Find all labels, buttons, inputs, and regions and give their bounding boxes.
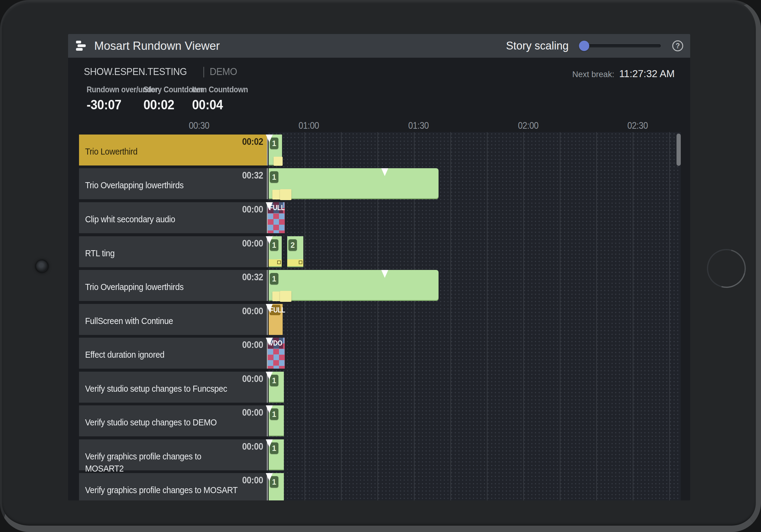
item-badge: 1 [270, 408, 278, 420]
item-badge: 1 [270, 171, 278, 183]
story-title: Effect duration ignored [85, 348, 244, 361]
item-bar-green[interactable]: 2 [287, 236, 303, 267]
playhead-tick [267, 168, 268, 199]
story-rows: 00:02Trio Lowerthird100:32Trio Overlappi… [68, 34, 690, 501]
note-sticker [272, 190, 281, 199]
story-panel[interactable]: 00:00RTL ting [79, 236, 267, 267]
story-duration: 00:00 [242, 441, 263, 452]
playhead-tick [267, 372, 268, 403]
lowerthird-strip [269, 259, 282, 266]
story-duration: 00:32 [242, 170, 263, 181]
story-row: 00:00RTL ting12 [68, 236, 690, 267]
item-bar-green[interactable]: 1 [269, 439, 284, 470]
story-title: RTL ting [85, 247, 244, 259]
story-panel[interactable]: 00:32Trio Overlapping lowerthirds [79, 168, 267, 199]
front-camera-icon [35, 260, 49, 273]
story-title: Trio Lowerthird [85, 145, 244, 158]
story-title: Trio Overlapping lowerthirds [85, 281, 244, 293]
story-row: 00:00Clip whit secondary audioFULL [68, 202, 690, 233]
item-bar-green[interactable]: 1 [269, 270, 439, 301]
timeline-scrollbar[interactable] [676, 133, 681, 166]
story-panel[interactable]: 00:02Trio Lowerthird [79, 134, 267, 166]
item-bar-green[interactable]: 1 [269, 372, 284, 403]
story-duration: 00:00 [242, 306, 263, 317]
note-sticker [280, 189, 291, 200]
story-row: 00:00Verify graphics profile changes to … [68, 439, 690, 470]
story-row: 00:02Trio Lowerthird1 [68, 134, 690, 166]
item-badge: 1 [270, 137, 278, 149]
item-badge: 1 [270, 239, 278, 251]
story-title: Verify studio setup changes to Funcspec [85, 383, 244, 395]
item-badge: 1 [270, 476, 278, 488]
story-panel[interactable]: 00:00Verify graphics profile changes to … [79, 439, 267, 470]
screen: Mosart Rundown Viewer Story scaling ? SH… [68, 34, 690, 501]
playhead-tick [267, 338, 268, 369]
story-duration: 00:00 [242, 475, 263, 486]
story-panel[interactable]: 00:00Clip whit secondary audio [79, 202, 267, 233]
story-duration: 00:00 [242, 238, 263, 249]
story-panel[interactable]: 00:00Verify studio setup changes to Func… [79, 372, 267, 403]
strip-marker-icon [299, 260, 302, 264]
story-panel[interactable]: 00:00FullScreen with Continue [79, 304, 267, 335]
item-badge: 1 [270, 443, 278, 454]
story-title: Clip whit secondary audio [85, 213, 244, 225]
playhead-tick [267, 405, 268, 436]
playhead-tick [267, 202, 268, 233]
story-row: 00:00Verify graphics profile changes to … [68, 473, 690, 501]
story-title: Verify graphics profile changes to MOSAR… [85, 450, 222, 475]
story-row: 00:00FullScreen with ContinueFULL [68, 304, 690, 335]
story-row: 00:00Effect duration ignoredVDO [68, 338, 690, 369]
lowerthird-strip [287, 259, 303, 266]
item-bar-amber[interactable]: FULL [269, 304, 283, 335]
story-row: 00:32Trio Overlapping lowerthirds1 [68, 168, 690, 199]
story-row: 00:32Trio Overlapping lowerthirds1 [68, 270, 690, 301]
story-row: 00:00Verify studio setup changes to DEMO… [68, 405, 690, 436]
story-panel[interactable]: 00:00Verify studio setup changes to DEMO [79, 405, 267, 436]
note-sticker [273, 157, 283, 166]
story-title: Verify graphics profile changes to MOSAR… [85, 484, 244, 496]
story-panel[interactable]: 00:32Trio Overlapping lowerthirds [79, 270, 267, 301]
story-duration: 00:00 [242, 374, 263, 384]
note-sticker [280, 291, 291, 302]
playhead-tick [267, 270, 268, 301]
playhead-tick [267, 134, 268, 166]
story-row: 00:00Verify studio setup changes to Func… [68, 372, 690, 403]
strip-marker-icon [277, 260, 281, 264]
story-duration: 00:32 [242, 272, 263, 283]
story-duration: 00:02 [242, 136, 263, 147]
item-bar-green[interactable]: 1 [269, 168, 439, 199]
item-badge: 2 [288, 239, 297, 251]
item-badge: 1 [270, 273, 278, 285]
item-bar-green[interactable]: 1 [269, 405, 284, 436]
story-panel[interactable]: 00:00Verify graphics profile changes to … [79, 473, 267, 501]
item-badge: 1 [270, 375, 278, 386]
playhead-tick [267, 236, 268, 267]
story-title: Verify studio setup changes to DEMO [85, 416, 244, 428]
story-panel[interactable]: 00:00Effect duration ignored [79, 338, 267, 369]
story-title: Trio Overlapping lowerthirds [85, 179, 244, 191]
story-duration: 00:00 [242, 204, 263, 215]
playhead-tick [267, 439, 268, 470]
playhead-tick [267, 304, 268, 335]
story-title: FullScreen with Continue [85, 315, 244, 327]
note-sticker [272, 292, 281, 301]
story-duration: 00:00 [242, 340, 263, 350]
story-duration: 00:00 [242, 407, 263, 418]
